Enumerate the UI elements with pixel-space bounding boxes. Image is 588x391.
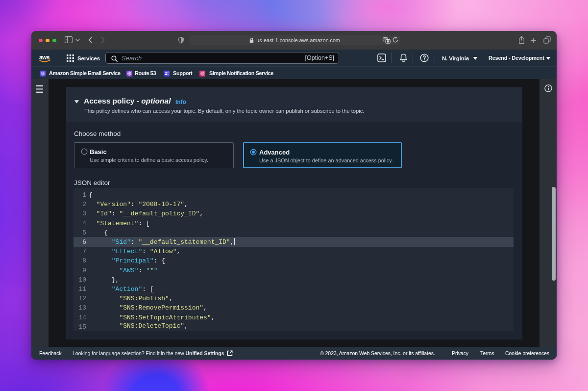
svg-text:aws: aws <box>39 54 50 61</box>
